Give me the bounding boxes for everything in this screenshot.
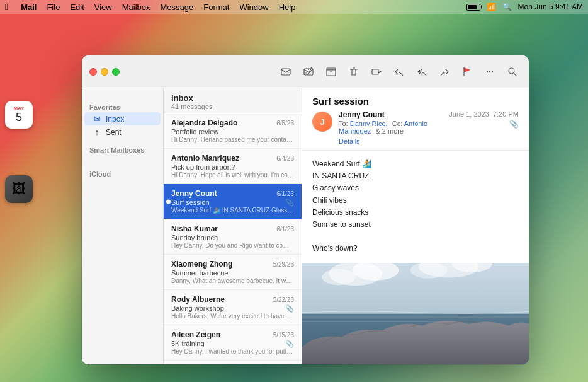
sender-name: Rody Albuerne bbox=[171, 295, 225, 304]
get-mail-icon[interactable] bbox=[277, 63, 295, 81]
menu-format[interactable]: Format bbox=[203, 3, 229, 12]
apple-menu[interactable]:  bbox=[5, 2, 8, 12]
traffic-lights bbox=[89, 68, 120, 76]
message-date: 6/1/23 bbox=[276, 190, 294, 197]
minimize-button[interactable] bbox=[101, 68, 108, 76]
list-item-selected[interactable]: Jenny Count 6/1/23 Surf session 📎 Weeken… bbox=[164, 184, 302, 219]
dock-icons: MAY 5 🖼 bbox=[5, 101, 33, 203]
detail-actions: Details bbox=[339, 137, 443, 145]
body-line: Weekend Surf 🏄 bbox=[312, 158, 519, 170]
toolbar bbox=[82, 55, 529, 88]
detail-to: To: Danny Rico, Cc: Antonio Manriquez & … bbox=[339, 120, 443, 135]
svg-point-16 bbox=[322, 269, 356, 284]
message-date: 6/5/23 bbox=[276, 120, 294, 127]
list-item[interactable]: Trev Smith 5/11/23 Illustration referenc… bbox=[164, 361, 302, 364]
attachment-icon: 📎 bbox=[285, 304, 294, 313]
attachment-icon: 📎 bbox=[285, 340, 294, 348]
search-icon[interactable] bbox=[504, 63, 521, 81]
body-line: IN SANTA CRUZ bbox=[312, 170, 519, 182]
battery-icon bbox=[466, 4, 480, 11]
archive-icon[interactable] bbox=[322, 63, 340, 81]
list-item[interactable]: Rody Albuerne 5/22/23 Baking workshop 📎 … bbox=[164, 290, 302, 325]
reply-all-icon[interactable] bbox=[413, 63, 431, 81]
menu-file[interactable]: File bbox=[47, 3, 60, 12]
message-preview: Weekend Surf 🏄 IN SANTA CRUZ Glassy wave… bbox=[171, 207, 294, 214]
message-date: 6/1/23 bbox=[276, 226, 294, 233]
menu-app-name[interactable]: Mail bbox=[21, 3, 37, 12]
forward-icon[interactable] bbox=[436, 63, 453, 81]
message-subject: 5K training bbox=[171, 340, 205, 347]
detail-text: Weekend Surf 🏄 IN SANTA CRUZ Glassy wave… bbox=[302, 151, 529, 263]
body-line: Sunrise to sunset bbox=[312, 219, 519, 231]
sent-icon: ↑ bbox=[92, 127, 102, 137]
menu-help[interactable]: Help bbox=[279, 3, 296, 12]
message-date: 5/29/23 bbox=[273, 261, 294, 268]
sidebar: Favorites ✉ Inbox ↑ Sent Smart Mailboxes… bbox=[82, 88, 164, 364]
message-date: 5/15/23 bbox=[273, 332, 294, 339]
move-icon[interactable] bbox=[368, 63, 385, 81]
more-icon[interactable] bbox=[481, 63, 499, 81]
message-list: Inbox 41 messages Alejandra Delgado 6/5/… bbox=[164, 88, 302, 364]
message-subject: Summer barbecue bbox=[171, 269, 294, 277]
list-item[interactable]: Antonio Manriquez 6/4/23 Pick up from ai… bbox=[164, 149, 302, 184]
message-subject: Portfolio review bbox=[171, 128, 294, 136]
sidebar-item-inbox[interactable]: ✉ Inbox bbox=[84, 112, 161, 125]
message-date: 5/22/23 bbox=[273, 296, 294, 303]
message-list-title: Inbox bbox=[171, 93, 294, 103]
detail-meta-info: Jenny Count To: Danny Rico, Cc: Antonio … bbox=[339, 110, 443, 145]
smart-mailboxes-label: Smart Mailboxes bbox=[82, 144, 163, 155]
detail-meta: J Jenny Count To: Danny Rico, Cc: Antoni… bbox=[312, 110, 519, 145]
attachment-icon-detail: 📎 bbox=[509, 120, 519, 129]
sender-name: Xiaomeng Zhong bbox=[171, 260, 232, 269]
menu-view[interactable]: View bbox=[94, 3, 112, 12]
body-line: Chili vibes bbox=[312, 195, 519, 207]
body-line: Delicious snacks bbox=[312, 207, 519, 219]
list-item[interactable]: Alejandra Delgado 6/5/23 Portfolio revie… bbox=[164, 113, 302, 149]
icloud-label: iCloud bbox=[82, 168, 163, 179]
message-subject: Baking workshop bbox=[171, 304, 224, 312]
sender-name: Jenny Count bbox=[339, 110, 443, 119]
main-content: Favorites ✉ Inbox ↑ Sent Smart Mailboxes… bbox=[82, 88, 529, 364]
sidebar-item-sent[interactable]: ↑ Sent bbox=[84, 125, 161, 139]
message-preview: Hello Bakers, We're very excited to have… bbox=[171, 313, 294, 320]
menu-edit[interactable]: Edit bbox=[70, 3, 84, 12]
menu-mailbox[interactable]: Mailbox bbox=[122, 3, 150, 12]
message-detail: Surf session J Jenny Count To: Danny Ric… bbox=[302, 88, 529, 364]
list-item[interactable]: Xiaomeng Zhong 5/29/23 Summer barbecue D… bbox=[164, 255, 302, 290]
cc-more: & 2 more bbox=[375, 127, 404, 135]
spotlight-icon[interactable]: 🔍 bbox=[502, 3, 512, 11]
menu-datetime: Mon Jun 5 9:41 AM bbox=[518, 3, 583, 11]
message-preview: Hi Danny! Hope all is well with you. I'm… bbox=[171, 171, 294, 178]
delete-icon[interactable] bbox=[345, 63, 363, 81]
wifi-icon: 📶 bbox=[487, 3, 496, 11]
message-preview: Hi Danny! Herland passed me your contact… bbox=[171, 136, 294, 143]
close-button[interactable] bbox=[89, 68, 97, 76]
message-preview: Hey Danny, I wanted to thank you for put… bbox=[171, 348, 294, 355]
detail-subject: Surf session bbox=[312, 96, 519, 107]
sender-name: Alejandra Delgado bbox=[171, 119, 237, 127]
list-item[interactable]: Aileen Zeigen 5/15/23 5K training 📎 Hey … bbox=[164, 325, 302, 361]
reply-icon[interactable] bbox=[390, 63, 408, 81]
sender-name: Jenny Count bbox=[171, 189, 217, 198]
detail-date: June 1, 2023, 7:20 PM bbox=[449, 110, 519, 118]
flag-icon[interactable] bbox=[458, 63, 476, 81]
photo-icon[interactable]: 🖼 bbox=[5, 175, 33, 203]
menu-window[interactable]: Window bbox=[239, 3, 268, 12]
compose-icon[interactable] bbox=[300, 63, 317, 81]
menu-bar:  Mail File Edit View Mailbox Message Fo… bbox=[0, 0, 588, 14]
sidebar-sent-label: Sent bbox=[106, 128, 122, 137]
list-item[interactable]: Nisha Kumar 6/1/23 Sunday brunch Hey Dan… bbox=[164, 219, 302, 255]
favorites-label: Favorites bbox=[82, 101, 163, 112]
detail-image bbox=[302, 263, 529, 365]
details-link[interactable]: Details bbox=[339, 137, 360, 145]
sender-name: Antonio Manriquez bbox=[171, 154, 239, 163]
sender-name: Nisha Kumar bbox=[171, 224, 218, 233]
message-list-header: Inbox 41 messages bbox=[164, 88, 302, 113]
svg-point-9 bbox=[489, 71, 490, 72]
detail-body: Weekend Surf 🏄 IN SANTA CRUZ Glassy wave… bbox=[302, 151, 529, 364]
unread-dot bbox=[166, 199, 171, 204]
zoom-button[interactable] bbox=[112, 68, 120, 76]
menu-message[interactable]: Message bbox=[161, 3, 194, 12]
message-preview: Danny, What an awesome barbecue. It was … bbox=[171, 277, 294, 284]
calendar-icon[interactable]: MAY 5 bbox=[5, 101, 33, 129]
